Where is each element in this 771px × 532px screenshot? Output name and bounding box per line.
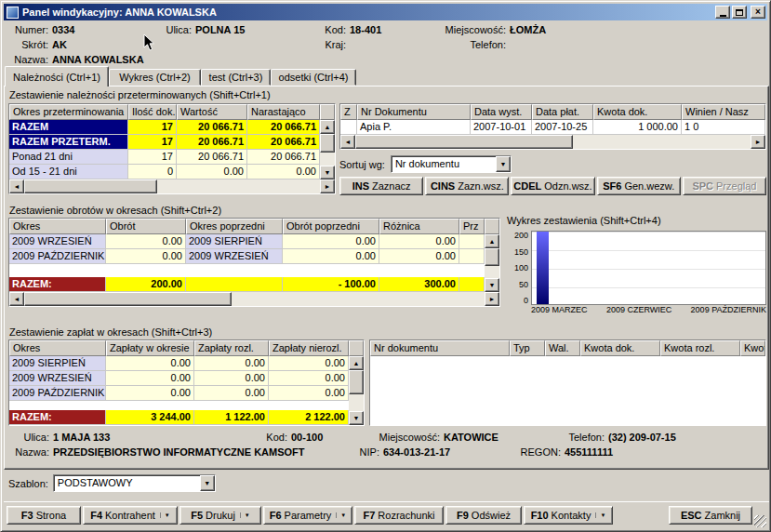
column-header[interactable]: Różnica	[379, 219, 459, 234]
table-row[interactable]: Apia P. 2007-10-01 2007-10-25 1 000.00 1…	[340, 120, 765, 135]
scroll-track[interactable]	[24, 180, 320, 193]
chevron-down-icon[interactable]: ▼	[160, 512, 170, 518]
scroll-down-icon[interactable]: ▼	[320, 166, 335, 180]
kontrahent-button[interactable]: F4Kontrahent▼	[83, 506, 178, 525]
zaznacz-button[interactable]: INSZaznacz	[339, 177, 423, 195]
scroll-down-icon[interactable]: ▼	[349, 411, 364, 425]
scroll-thumb[interactable]	[24, 180, 157, 193]
table-row[interactable]: 2009 SIERPIEŃ 0.00 0.00 0.00	[9, 356, 349, 371]
horizontal-scrollbar[interactable]: ◄ ►	[9, 292, 499, 306]
scroll-left-icon[interactable]: ◄	[340, 135, 355, 149]
column-header[interactable]: Typ	[510, 340, 545, 356]
table-row[interactable]: RAZEM PRZETERM. 17 20 066.71 20 066.71	[9, 135, 320, 150]
vertical-scrollbar[interactable]: ▲ ▼	[349, 356, 364, 425]
scroll-left-icon[interactable]: ◄	[9, 180, 24, 193]
close-button[interactable]: ×	[751, 6, 765, 19]
scroll-right-icon[interactable]: ►	[485, 292, 499, 306]
column-header[interactable]: Wal.	[545, 340, 580, 356]
resize-grip[interactable]	[754, 515, 766, 527]
maximize-button[interactable]	[732, 6, 747, 19]
table-row[interactable]: RAZEM 17 20 066.71 20 066.71	[9, 120, 320, 135]
table-row[interactable]: 2009 PAŹDZIERNIK 0.00 2009 WRZESIEŃ 0.00…	[9, 249, 485, 264]
zaplaty-table: Okres Zapłaty w okresie Zapłaty rozl. Za…	[8, 339, 365, 426]
strona-button[interactable]: F3Strona	[7, 506, 81, 525]
szablon-combobox[interactable]: PODSTAWOWY ▼	[53, 474, 216, 492]
scroll-right-icon[interactable]: ►	[751, 135, 765, 149]
column-header[interactable]: Ilość dok.	[128, 104, 177, 120]
vertical-scrollbar[interactable]: ▲ ▼	[320, 120, 335, 180]
table-row[interactable]: 2009 PAŹDZIERNIK 0.00 0.00 0.00	[9, 386, 349, 401]
table-row[interactable]: 2009 WRZESIEŃ 0.00 2009 SIERPIEŃ 0.00 0.…	[9, 234, 485, 249]
column-header[interactable]: Data wyst.	[471, 104, 532, 120]
title-bar[interactable]: Panel windykacyjny: ANNA KOWALSKA ×	[4, 4, 767, 20]
scroll-thumb[interactable]	[349, 370, 364, 394]
column-header[interactable]: Nr Dokumentu	[357, 104, 471, 120]
zamknij-button[interactable]: ESCZamknij	[669, 506, 752, 525]
column-header[interactable]: Zapłaty rozl.	[194, 340, 269, 356]
minimize-button[interactable]	[715, 6, 730, 19]
chevron-down-icon[interactable]: ▼	[336, 512, 346, 518]
table-row[interactable]: 2009 WRZESIEŃ 0.00 0.00 0.00	[9, 371, 349, 386]
column-header[interactable]: Obrót	[106, 219, 186, 234]
scroll-track[interactable]	[485, 248, 499, 278]
column-header[interactable]: Nr dokumentu	[370, 340, 510, 356]
column-header[interactable]: Okres poprzedni	[186, 219, 283, 234]
table-row-razem[interactable]: RAZEM: 3 244.00 1 122.00 2 122.00	[9, 410, 349, 425]
column-header[interactable]: Prz	[459, 219, 485, 234]
table-row[interactable]: Od 15 - 21 dni 0 0.00 0.00	[9, 165, 320, 180]
column-header[interactable]: Okres przeterminowania	[9, 104, 128, 120]
scroll-thumb[interactable]	[355, 135, 573, 149]
tab-odsetki[interactable]: odsetki (Ctrl+4)	[271, 69, 356, 86]
sortuj-combobox[interactable]: Nr dokumentu ▼	[391, 155, 512, 173]
horizontal-scrollbar[interactable]: ◄ ►	[340, 135, 765, 149]
scroll-down-icon[interactable]: ▼	[485, 278, 499, 292]
kontakty-button[interactable]: F10Kontakty▼	[524, 506, 613, 525]
tab-test[interactable]: test (Ctrl+3)	[201, 69, 271, 86]
scroll-track[interactable]	[349, 370, 364, 411]
column-header[interactable]: Zapłaty nierozl.	[269, 340, 349, 356]
column-header[interactable]: Okres	[9, 340, 106, 356]
column-header[interactable]: Data płat.	[532, 104, 593, 120]
column-header[interactable]: Zapłaty w okresie	[106, 340, 194, 356]
drukuj-button[interactable]: F5Drukuj▼	[179, 506, 261, 525]
column-header[interactable]: Kwota dok.	[580, 340, 660, 356]
przeglad-button[interactable]: SPCPrzegląd	[683, 177, 766, 195]
odznacz-wszystkie-button[interactable]: CDELOdzn.wsz.	[511, 177, 594, 195]
scroll-up-icon[interactable]: ▲	[349, 356, 364, 370]
vertical-scrollbar[interactable]: ▲ ▼	[485, 234, 499, 292]
chevron-down-icon[interactable]: ▼	[200, 475, 215, 491]
scroll-up-icon[interactable]: ▲	[320, 120, 335, 134]
parametry-button[interactable]: F6Parametry▼	[263, 506, 352, 525]
table-row-razem[interactable]: RAZEM: 200.00 - 100.00 300.00	[9, 277, 485, 292]
column-header[interactable]: Obrót poprzedni	[283, 219, 379, 234]
tab-wykres[interactable]: Wykres (Ctrl+2)	[109, 69, 201, 86]
column-header[interactable]: Okres	[9, 219, 106, 234]
column-header[interactable]: Narastająco	[247, 104, 320, 120]
cell: 2009 WRZESIEŃ	[186, 249, 283, 264]
scroll-track[interactable]	[24, 292, 485, 306]
scroll-track[interactable]	[355, 135, 751, 149]
odswiez-button[interactable]: F9Odśwież	[445, 506, 522, 525]
zaznacz-wszystkie-button[interactable]: CINSZazn.wsz.	[425, 177, 509, 195]
scroll-track[interactable]	[320, 134, 335, 166]
chevron-down-icon[interactable]: ▼	[240, 512, 250, 518]
column-header[interactable]: Kwota dok.	[593, 104, 682, 120]
column-header[interactable]: Wartość	[177, 104, 247, 120]
column-header[interactable]: Kwota d	[740, 340, 765, 356]
column-header[interactable]: Z	[340, 104, 357, 120]
scroll-up-icon[interactable]: ▲	[485, 234, 499, 248]
tab-naleznosci[interactable]: Należności (Ctrl+1)	[5, 66, 109, 86]
chevron-down-icon[interactable]: ▼	[496, 156, 511, 172]
column-header[interactable]: Winien / Nasz	[682, 104, 765, 120]
scroll-thumb[interactable]	[24, 292, 232, 306]
rozrachunki-button[interactable]: F7Rozrachunki	[354, 506, 444, 525]
column-header[interactable]: Kwota rozl.	[660, 340, 740, 356]
scroll-left-icon[interactable]: ◄	[9, 292, 24, 306]
generuj-wezwanie-button[interactable]: SF6Gen.wezw.	[597, 177, 681, 195]
horizontal-scrollbar[interactable]: ◄ ►	[9, 180, 335, 193]
scroll-thumb[interactable]	[320, 134, 335, 153]
scroll-thumb[interactable]	[485, 248, 499, 266]
scroll-right-icon[interactable]: ►	[320, 180, 335, 193]
chevron-down-icon[interactable]: ▼	[595, 512, 605, 518]
table-row[interactable]: Ponad 21 dni 17 20 066.71 20 066.71	[9, 150, 320, 165]
